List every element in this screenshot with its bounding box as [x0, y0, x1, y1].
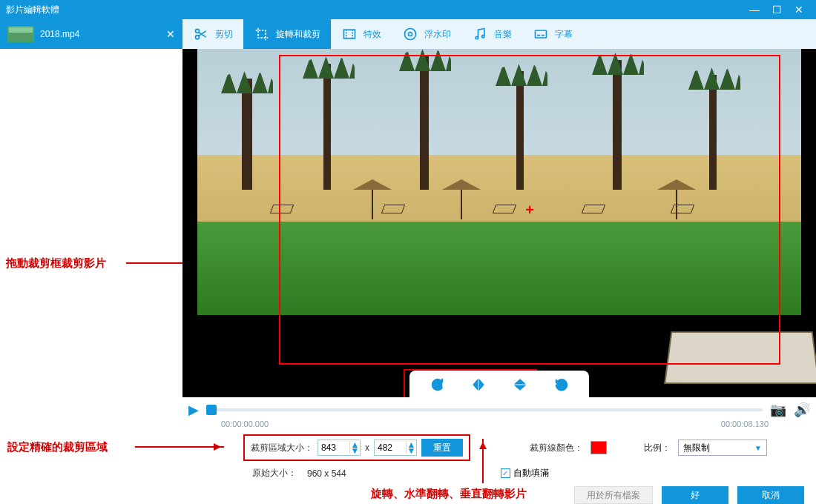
svg-rect-2 [344, 30, 355, 39]
minimize-button[interactable]: — [743, 4, 766, 16]
arrow-icon [482, 439, 484, 483]
autofill-checkbox[interactable]: ✓ 自動填滿 [501, 467, 549, 480]
annotation-drag-crop: 拖動裁剪框裁剪影片 [6, 256, 106, 271]
sidebar: 拖動裁剪框裁剪影片 [0, 49, 182, 397]
svg-point-3 [405, 29, 416, 40]
top-row: 2018.mp4 ✕ 剪切 旋轉和裁剪 特效 浮水印 音樂 字幕 [0, 19, 816, 49]
svg-rect-7 [536, 30, 547, 38]
main-area: 拖動裁剪框裁剪影片 + [0, 49, 816, 397]
checkbox-icon: ✓ [501, 468, 510, 478]
current-time: 00:00:00.000 [221, 420, 269, 428]
original-size-label: 原始大小： [252, 467, 297, 480]
subtitle-icon [533, 26, 549, 42]
tab-watermark[interactable]: 浮水印 [392, 19, 461, 49]
ratio-value: 無限制 [683, 442, 710, 454]
tab-rotate-crop[interactable]: 旋轉和裁剪 [243, 19, 331, 49]
seek-track[interactable] [206, 408, 763, 411]
crop-height-input[interactable] [375, 442, 406, 453]
ratio-select[interactable]: 無限制 ▼ [678, 440, 767, 456]
apply-all-button[interactable]: 用於所有檔案 [574, 486, 653, 504]
seek-knob[interactable] [206, 405, 217, 415]
snapshot-button[interactable]: 📷 [770, 402, 786, 418]
file-close-button[interactable]: ✕ [166, 28, 175, 40]
ok-button[interactable]: 好 [662, 486, 728, 504]
volume-button[interactable]: 🔊 [794, 402, 810, 418]
total-time: 00:00:08.130 [721, 420, 769, 428]
file-name: 2018.mp4 [40, 29, 166, 39]
video-preview[interactable]: + [197, 49, 801, 382]
autofill-label: 自動填滿 [513, 467, 549, 480]
chevron-down-icon: ▼ [754, 444, 762, 452]
original-size-value: 960 x 544 [307, 468, 346, 479]
flip-horizontal-button[interactable] [469, 375, 488, 394]
file-thumbnail [7, 26, 34, 42]
tool-tabs: 剪切 旋轉和裁剪 特效 浮水印 音樂 字幕 [182, 19, 816, 49]
svg-point-5 [476, 36, 478, 39]
scissors-icon [193, 26, 209, 42]
watermark-icon [402, 26, 418, 42]
titlebar: 影片編輯軟體 — ☐ ✕ [0, 0, 816, 19]
tab-music[interactable]: 音樂 [461, 19, 522, 49]
annotation-precise-crop: 設定精確的裁剪區域 [7, 440, 108, 454]
crop-height-stepper[interactable]: ▲▼ [374, 440, 417, 456]
playback-bar: ▶ 📷 🔊 [0, 397, 816, 422]
tab-cut[interactable]: 剪切 [182, 19, 243, 49]
height-down[interactable]: ▼ [407, 448, 416, 454]
crop-size-group: 裁剪區域大小： ▲▼ x ▲▼ 重置 [243, 434, 470, 461]
cancel-button[interactable]: 取消 [737, 486, 804, 504]
crop-color-label: 裁剪線顏色： [530, 442, 583, 454]
tab-subtitle[interactable]: 字幕 [522, 19, 583, 49]
tab-effects[interactable]: 特效 [331, 19, 392, 49]
crop-rectangle[interactable]: + [279, 55, 780, 365]
crop-width-input[interactable] [318, 442, 349, 453]
play-button[interactable]: ▶ [188, 402, 199, 418]
crop-icon [254, 26, 270, 42]
rotate-cw-button[interactable] [427, 375, 447, 394]
arrow-icon [135, 446, 224, 448]
svg-point-6 [482, 36, 484, 38]
maximize-button[interactable]: ☐ [766, 4, 788, 16]
reset-rotation-button[interactable] [552, 375, 571, 394]
window-title: 影片編輯軟體 [6, 4, 743, 16]
crosshair-icon: + [525, 202, 534, 219]
width-down[interactable]: ▼ [350, 448, 360, 454]
ratio-label: 比例： [644, 442, 671, 454]
annotation-rotate-flip: 旋轉、水準翻轉、垂直翻轉影片 [371, 487, 527, 501]
crop-size-label: 裁剪區域大小： [251, 442, 313, 454]
bottom-panel: 設定精確的裁剪區域 裁剪區域大小： ▲▼ x ▲▼ 重置 裁剪線顏色： 比例： … [0, 428, 816, 504]
music-icon [472, 26, 488, 42]
crop-color-swatch[interactable] [590, 441, 607, 454]
close-button[interactable]: ✕ [788, 4, 810, 16]
crop-width-stepper[interactable]: ▲▼ [317, 440, 361, 456]
rotate-toolbar [409, 371, 589, 397]
effects-icon [341, 26, 358, 42]
flip-vertical-button[interactable] [510, 375, 530, 394]
svg-point-4 [409, 33, 412, 36]
file-tab[interactable]: 2018.mp4 ✕ [0, 19, 182, 49]
video-stage: + [182, 49, 816, 397]
reset-crop-button[interactable]: 重置 [421, 439, 463, 457]
